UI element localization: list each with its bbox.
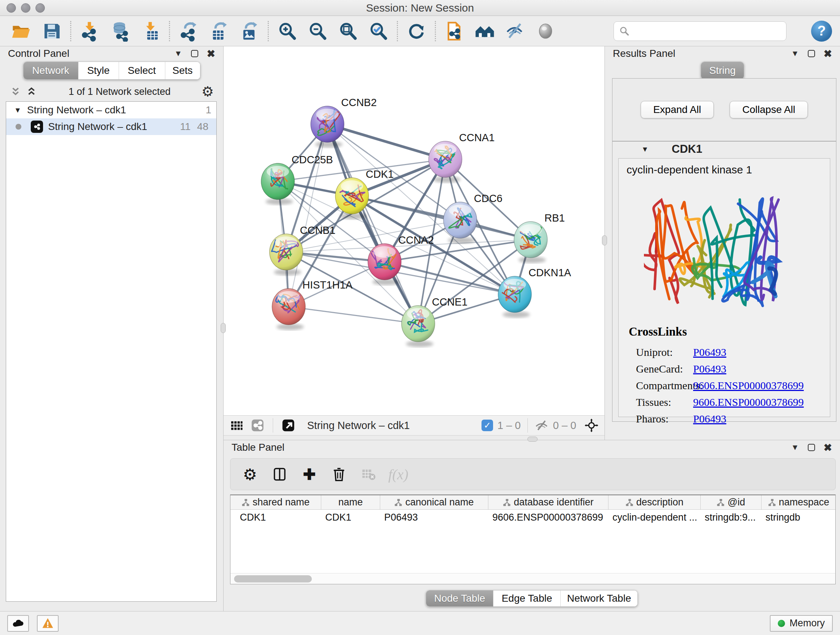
control-panel-float-button[interactable]: ▼ xyxy=(174,49,182,58)
network-node-CDKN1A[interactable]: CDKN1A xyxy=(498,267,571,318)
column-header-shared-name[interactable]: shared name xyxy=(231,495,321,509)
export-image-button[interactable] xyxy=(236,19,263,44)
create-column-button[interactable]: ✚ xyxy=(300,465,319,484)
network-row[interactable]: String Network – cdk1 11 48 xyxy=(6,119,216,135)
zoom-out-button[interactable] xyxy=(304,19,331,44)
column-header-namespace[interactable]: namespace xyxy=(761,495,836,509)
network-edge-HIST1H1A-CCNE1[interactable] xyxy=(289,307,418,324)
first-neighbors-button[interactable] xyxy=(471,19,498,44)
cell-description[interactable]: cyclin-dependent ... xyxy=(608,512,701,523)
show-graphics-details-button[interactable] xyxy=(532,19,559,44)
delete-column-button[interactable] xyxy=(330,465,348,484)
crosslink-link[interactable]: P06493 xyxy=(693,413,726,425)
node-label-CCNB1: CCNB1 xyxy=(300,225,335,236)
import-network-from-database-button[interactable] xyxy=(107,19,134,44)
collection-expand-icon[interactable]: ▼ xyxy=(14,106,21,114)
crosslink-link[interactable]: P06493 xyxy=(693,363,726,375)
network-edge-CCNB2-CCNE1[interactable] xyxy=(327,124,418,324)
column-header-description[interactable]: description xyxy=(608,495,701,509)
search-input[interactable] xyxy=(633,25,781,36)
search-field[interactable] xyxy=(614,21,786,41)
column-label: description xyxy=(636,497,684,508)
control-tab-select[interactable]: Select xyxy=(119,62,165,79)
cell-namespace[interactable]: stringdb xyxy=(761,512,836,523)
control-panel-close-button[interactable]: ✖ xyxy=(207,48,215,60)
control-tab-style[interactable]: Style xyxy=(79,62,119,79)
cell-database-identifier[interactable]: 9606.ENSP00000378699 xyxy=(488,512,608,523)
zoom-selected-button[interactable] xyxy=(365,19,392,44)
network-edge-CDK1-RB1[interactable] xyxy=(352,196,531,240)
zoom-fit-content-button[interactable] xyxy=(335,19,362,44)
network-collection-row[interactable]: ▼ String Network – cdk1 1 xyxy=(6,102,216,119)
warnings-button[interactable] xyxy=(37,615,58,632)
network-node-RB1[interactable]: RB1 xyxy=(514,212,565,263)
network-node-CDC6[interactable]: CDC6 xyxy=(444,193,502,244)
open-in-new-window-button[interactable] xyxy=(280,417,296,433)
help-button[interactable]: ? xyxy=(811,21,832,42)
selected-checkbox[interactable]: ✓ xyxy=(482,420,493,431)
cell-name[interactable]: CDK1 xyxy=(321,512,380,523)
collapse-all-button[interactable]: Collapse All xyxy=(729,101,808,119)
results-panel-float-button[interactable]: ▼ xyxy=(791,49,799,58)
table-panel-float-button[interactable]: ▼ xyxy=(791,443,799,452)
show-columns-button[interactable] xyxy=(270,465,289,484)
cell-canonical-name[interactable]: P06493 xyxy=(380,512,488,523)
open-session-button[interactable] xyxy=(8,19,35,44)
right-splitter-handle[interactable] xyxy=(602,235,607,245)
apply-preferred-layout-button[interactable] xyxy=(403,19,430,44)
table-panel-undock-button[interactable] xyxy=(808,444,815,451)
hide-selected-button[interactable] xyxy=(502,19,529,44)
gene-collapse-icon[interactable]: ▼ xyxy=(641,145,649,154)
cell-id[interactable]: stringdb:9... xyxy=(701,512,761,523)
show-grid-button[interactable] xyxy=(229,417,245,433)
column-header-id[interactable]: @id xyxy=(701,495,761,509)
import-table-from-file-button[interactable] xyxy=(137,19,164,44)
divider xyxy=(527,418,528,432)
scrollbar-thumb[interactable] xyxy=(234,575,312,583)
collapse-all-networks-icon[interactable] xyxy=(9,86,22,97)
results-tab-string[interactable]: String xyxy=(701,62,744,79)
table-options-gear-icon[interactable]: ⚙ xyxy=(240,465,259,484)
cell-shared-name[interactable]: CDK1 xyxy=(231,512,321,523)
fit-selected-button[interactable] xyxy=(584,417,600,433)
table-tab-node-table[interactable]: Node Table xyxy=(426,591,493,606)
save-session-button[interactable] xyxy=(38,19,65,44)
network-node-CCNB2[interactable]: CCNB2 xyxy=(311,97,377,148)
crosslink-link[interactable]: 9606.ENSP00000378699 xyxy=(693,379,804,392)
network-options-gear-icon[interactable]: ⚙ xyxy=(202,84,214,100)
network-node-CCNE1[interactable]: CCNE1 xyxy=(401,296,467,347)
left-splitter-handle[interactable] xyxy=(221,323,226,333)
hidden-eye-icon[interactable] xyxy=(534,418,549,432)
network-edge-CCNB2-CCNA1[interactable] xyxy=(327,124,445,159)
cloud-status-button[interactable] xyxy=(7,615,29,632)
table-panel-title: Table Panel xyxy=(232,442,284,453)
export-network-button[interactable] xyxy=(175,19,202,44)
gene-result-header[interactable]: ▼ CDK1 xyxy=(613,141,836,157)
crosslink-link[interactable]: P06493 xyxy=(693,346,726,358)
results-panel-close-button[interactable]: ✖ xyxy=(824,48,832,60)
table-row[interactable]: CDK1CDK1P064939606.ENSP00000378699cyclin… xyxy=(231,510,835,525)
new-network-from-selection-button[interactable] xyxy=(441,19,468,44)
table-tab-network-table[interactable]: Network Table xyxy=(561,591,638,606)
network-canvas[interactable]: CCNB2CCNA1CDC25BCDK1CDC6RB1CCNB1CCNA2CDK… xyxy=(224,46,605,415)
export-table-button[interactable] xyxy=(205,19,232,44)
control-tab-network[interactable]: Network xyxy=(24,62,79,79)
horizontal-splitter-handle[interactable] xyxy=(527,437,538,442)
node-label-CCNE1: CCNE1 xyxy=(432,296,467,308)
column-header-canonical-name[interactable]: canonical name xyxy=(380,495,488,509)
control-tab-sets[interactable]: Sets xyxy=(165,62,200,79)
table-tab-edge-table[interactable]: Edge Table xyxy=(493,591,561,606)
results-panel-undock-button[interactable] xyxy=(808,50,815,57)
import-network-from-file-button[interactable] xyxy=(76,19,103,44)
zoom-in-button[interactable] xyxy=(274,19,301,44)
control-panel-undock-button[interactable] xyxy=(191,50,198,57)
string-tools-button[interactable] xyxy=(249,417,265,433)
crosslink-link[interactable]: 9606.ENSP00000378699 xyxy=(693,396,804,409)
network-node-HIST1H1A[interactable]: HIST1H1A xyxy=(272,279,353,330)
expand-all-networks-icon[interactable] xyxy=(25,86,38,97)
column-header-database-identifier[interactable]: database identifier xyxy=(488,495,608,509)
column-header-name[interactable]: name xyxy=(321,495,380,509)
memory-button[interactable]: Memory xyxy=(770,615,833,632)
expand-all-button[interactable]: Expand All xyxy=(641,101,714,119)
table-panel-close-button[interactable]: ✖ xyxy=(824,442,832,454)
